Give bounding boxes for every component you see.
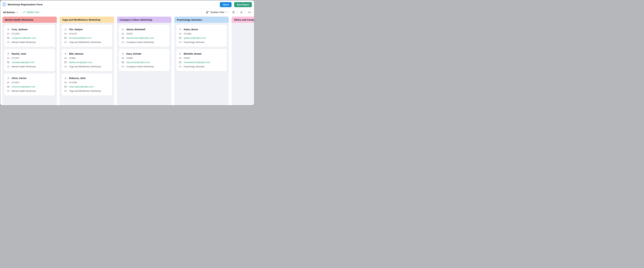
column-header: Company Culture Workshop [117,17,172,23]
view-selector-dropdown[interactable]: Kanban View [206,11,228,14]
chevron-down-icon [226,11,228,13]
email-icon [64,85,67,88]
dropdown-field-icon [179,41,182,44]
entry-card[interactable]: Alexia, Mcdowell ZY947 alexiamcdowell@zy… [119,25,170,47]
email-icon [122,61,124,64]
entry-email-link[interactable]: gwebruce@zylker.com [184,37,206,39]
entry-email-link[interactable]: chriscarner@zylker.com [12,86,35,88]
card-id-row: ZY1789 [64,80,110,85]
more-options-icon[interactable] [247,11,252,14]
column-body [232,23,254,105]
dropdown-field-icon [122,65,124,68]
entry-card[interactable]: Michelle, Brown ZY657 michellebrown@zylk… [176,49,227,71]
entries-filter-dropdown[interactable]: All Entries [3,11,18,14]
singleline-field-icon [64,57,67,60]
entry-id: ZY1476 [12,33,19,35]
dropdown-field-icon [64,41,67,44]
entry-workshop: Mental Health Workshop [12,41,36,43]
singleline-field-icon [122,57,124,60]
dropdown-field-icon [7,65,10,68]
card-name-row: Kara, Schultz [122,52,167,56]
dropdown-field-icon [122,41,124,44]
entry-name: Rebecca, John [69,77,86,80]
card-workshop-row: Yoga and Mindfulness Workshop [64,40,110,44]
entry-card[interactable]: Chris, Carner ZY1612 chriscarner@zylker.… [4,74,55,96]
header-actions: Share New Report [220,2,252,7]
entry-card[interactable]: Tim, Sawyer ZY1279 timsawyer@zylker.com [62,25,112,47]
app-header: Workshop Registration Form Share New Rep… [0,1,254,9]
entry-id: ZY947 [126,33,133,35]
entry-email-link[interactable]: michellebrown@zylker.com [184,61,210,64]
card-id-row: ZY1279 [64,32,110,36]
column-body: Gwen, Bruce ZY1584 gwebruce@zylker.com [174,23,229,105]
person-icon [7,77,10,80]
card-workshop-row: Psychology Seminars [179,40,224,44]
singleline-field-icon [7,81,10,84]
card-email-row: bibihanson@zylker.com [64,60,110,64]
entry-name: Rachel, June [12,53,26,55]
page-title: Workshop Registration Form [8,3,220,6]
entries-filter-label: All Entries [3,11,15,14]
entry-email-link[interactable]: racheljune@zylker.com [12,61,34,64]
kanban-column: Yoga and Mindfulness Workshop Tim, Sawye… [60,17,114,105]
singleline-field-icon [64,32,67,35]
entry-email-link[interactable]: karaschultz@zylker.com [126,61,150,64]
entry-email-link[interactable]: timsawyer@zylker.com [69,37,92,39]
entry-id: ZY1612 [12,81,19,84]
card-email-row: chriscarner@zylker.com [7,85,52,89]
new-report-button[interactable]: New Report [234,2,252,7]
entry-id: ZY1279 [69,33,77,35]
export-icon[interactable] [239,11,244,14]
entry-card[interactable]: Bibi, Hanson ZY984 bibihanson@zylker.com [62,49,112,71]
entry-email-link[interactable]: cruzjackson@zylker.com [12,37,36,39]
dropdown-field-icon [64,90,67,92]
entry-card[interactable]: Kara, Schultz ZY835 karaschultz@zylker.c… [119,49,170,71]
entry-card[interactable]: Gwen, Bruce ZY1584 gwebruce@zylker.com [176,25,227,47]
entry-card[interactable]: Rebecca, John ZY1789 rebeccajohn@zylker.… [62,74,112,96]
column-title: Mental Health Workshop [5,18,33,21]
entry-name: Tim, Sawyer [69,28,83,31]
singleline-field-icon [64,81,67,84]
card-id-row: ZY657 [179,56,224,60]
singleline-field-icon [179,57,182,60]
app-window: Workshop Registration Form Share New Rep… [0,1,254,105]
entry-workshop: Psychology Seminars [184,65,205,68]
share-button[interactable]: Share [220,2,232,7]
entry-email-link[interactable]: alexiamcdowell@zylker.com [126,37,154,39]
modify-view-button[interactable]: Modify View [23,11,39,14]
entry-name: Cruz, Jackson [12,28,28,31]
card-name-row: Gwen, Bruce [179,27,224,32]
email-icon [7,37,10,39]
entry-email-link[interactable]: rebeccajohn@zylker.com [69,86,94,88]
card-id-row: ZY835 [122,56,167,60]
entry-card[interactable]: Cruz, Jackson ZY1476 cruzjackson@zylker.… [4,25,55,47]
person-icon [7,53,10,55]
entry-email-link[interactable]: bibihanson@zylker.com [69,61,92,64]
person-icon [64,53,67,55]
card-id-row: ZY984 [64,56,110,60]
card-email-row: alexiamcdowell@zylker.com [122,36,167,40]
entry-id: ZY1584 [184,33,191,35]
card-id-row: ZY1612 [7,80,52,85]
card-workshop-row: Psychology Seminars [179,64,224,69]
column-body: Cruz, Jackson ZY1476 cruzjackson@zylker.… [2,23,57,105]
email-icon [7,85,10,88]
history-clock-icon[interactable] [232,11,236,14]
column-title: Psychology Seminars [177,18,202,21]
entry-card[interactable]: Rachel, June ZY1237 racheljune@zylker.co… [4,49,55,71]
entry-name: Kara, Schultz [126,53,141,55]
email-icon [64,37,67,39]
card-email-row: timsawyer@zylker.com [64,36,110,40]
card-name-row: Chris, Carner [7,76,52,80]
entry-workshop: Company Culture Workshop [126,65,154,68]
column-header: Psychology Seminars [174,17,229,23]
person-icon [122,53,124,55]
card-email-row: gwebruce@zylker.com [179,36,224,40]
column-header: Ethics and Compl [232,17,254,23]
entry-workshop: Yoga and Mindfulness Workshop [69,41,101,43]
card-email-row: cruzjackson@zylker.com [7,36,52,40]
view-selector-label: Kanban View [210,11,224,14]
entry-name: Chris, Carner [12,77,27,80]
card-workshop-row: Yoga and Mindfulness Workshop [64,89,110,93]
column-body: Tim, Sawyer ZY1279 timsawyer@zylker.com [60,23,114,105]
